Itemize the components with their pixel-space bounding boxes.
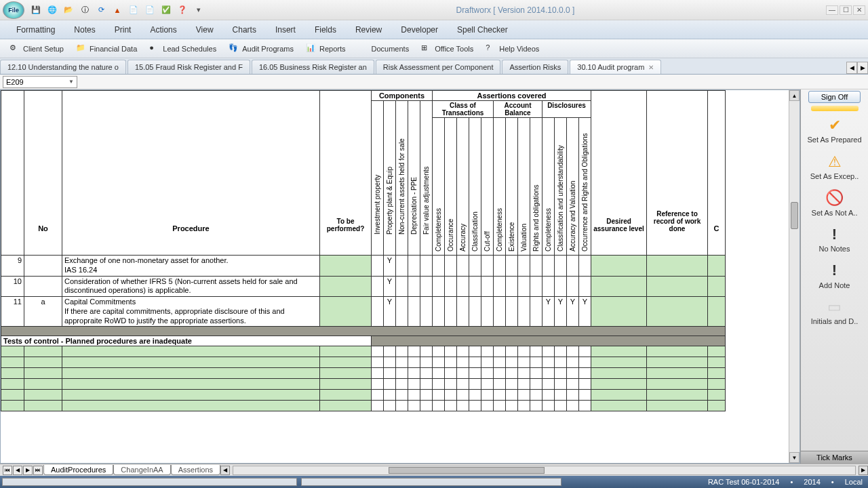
cell-reference-box[interactable]: E209 ▼ bbox=[3, 76, 77, 88]
menu-actions[interactable]: Actions bbox=[140, 22, 186, 37]
ab-cell[interactable] bbox=[494, 297, 506, 327]
doc-tab[interactable]: Risk Assessment per Component bbox=[376, 60, 501, 74]
set-as-not-applicable-button[interactable]: 🚫 Set As Not A.. bbox=[801, 185, 868, 222]
horizontal-scrollbar[interactable] bbox=[233, 466, 856, 475]
component-cell[interactable]: Y bbox=[384, 256, 396, 277]
menu-review[interactable]: Review bbox=[346, 22, 391, 37]
cot-cell[interactable] bbox=[433, 256, 445, 277]
add-note-button[interactable]: ! Add Note bbox=[801, 258, 868, 294]
disc-cell[interactable] bbox=[579, 276, 591, 297]
sheet-nav-last[interactable]: ⏭ bbox=[33, 466, 43, 475]
to-be-performed-cell[interactable] bbox=[320, 276, 372, 297]
disc-cell[interactable] bbox=[555, 276, 567, 297]
help-icon[interactable]: ❓ bbox=[176, 4, 189, 16]
menu-developer[interactable]: Developer bbox=[391, 22, 448, 37]
sign-off-button[interactable]: Sign Off bbox=[808, 91, 861, 103]
cot-cell[interactable] bbox=[469, 297, 481, 327]
cot-cell[interactable] bbox=[457, 256, 469, 277]
chevron-down-icon[interactable]: ▼ bbox=[68, 79, 74, 85]
procedure-cell[interactable]: Capital CommitmentsIf there are capital … bbox=[62, 297, 320, 327]
table-row[interactable] bbox=[1, 368, 726, 379]
menu-notes[interactable]: Notes bbox=[64, 22, 104, 37]
globe-icon[interactable]: 🌐 bbox=[46, 4, 58, 16]
ab-cell[interactable] bbox=[506, 276, 518, 297]
doc-tab[interactable]: 15.05 Fraud Risk Register and F bbox=[127, 60, 250, 74]
menu-print[interactable]: Print bbox=[105, 22, 141, 37]
menu-formatting[interactable]: Formatting bbox=[7, 22, 64, 37]
component-cell[interactable] bbox=[396, 276, 408, 297]
shield-icon[interactable]: ✅ bbox=[160, 4, 172, 16]
c-cell[interactable] bbox=[708, 256, 726, 277]
menu-charts[interactable]: Charts bbox=[223, 22, 266, 37]
cot-cell[interactable] bbox=[469, 256, 481, 277]
tool-documents[interactable]: Documents bbox=[353, 41, 415, 56]
component-cell[interactable] bbox=[420, 276, 433, 297]
cot-cell[interactable] bbox=[481, 297, 494, 327]
disc-cell[interactable]: Y bbox=[542, 297, 555, 327]
cot-cell[interactable] bbox=[445, 276, 457, 297]
to-be-performed-cell[interactable] bbox=[320, 297, 372, 327]
disc-cell[interactable] bbox=[542, 256, 555, 277]
ab-cell[interactable] bbox=[518, 276, 530, 297]
scroll-up-arrow[interactable]: ▲ bbox=[789, 90, 800, 101]
doc-tab[interactable]: 12.10 Understanding the nature o bbox=[0, 60, 126, 74]
procedure-cell[interactable]: Exchange of one non-monetary asset for a… bbox=[62, 256, 320, 277]
c-cell[interactable] bbox=[708, 297, 726, 327]
c-cell[interactable] bbox=[708, 276, 726, 297]
cot-cell[interactable] bbox=[481, 256, 494, 277]
sheet-nav-next[interactable]: ▶ bbox=[23, 466, 33, 475]
ab-cell[interactable] bbox=[506, 256, 518, 277]
component-cell[interactable] bbox=[372, 297, 384, 327]
initials-date-button[interactable]: ▭ Initials and D.. bbox=[801, 294, 868, 331]
cot-cell[interactable] bbox=[445, 256, 457, 277]
disc-cell[interactable] bbox=[542, 276, 555, 297]
sheet-tab-auditprocedures[interactable]: AuditProcedures bbox=[43, 465, 113, 475]
scroll-down-arrow[interactable]: ▼ bbox=[789, 452, 800, 463]
cot-cell[interactable] bbox=[433, 297, 445, 327]
disc-cell[interactable]: Y bbox=[579, 297, 591, 327]
disc-cell[interactable]: Y bbox=[555, 297, 567, 327]
tab-scroll-right[interactable]: ▶ bbox=[857, 62, 868, 74]
menu-view[interactable]: View bbox=[186, 22, 223, 37]
ab-cell[interactable] bbox=[494, 256, 506, 277]
file-menu-button[interactable]: File bbox=[3, 1, 24, 19]
set-as-prepared-button[interactable]: ✔ Set As Prepared bbox=[801, 113, 868, 149]
disc-cell[interactable] bbox=[555, 256, 567, 277]
assurance-cell[interactable] bbox=[591, 276, 647, 297]
assurance-cell[interactable] bbox=[591, 297, 647, 327]
sheet-tab-assertions[interactable]: Assertions bbox=[171, 465, 220, 475]
menu-fields[interactable]: Fields bbox=[305, 22, 346, 37]
reference-cell[interactable] bbox=[647, 297, 708, 327]
close-button[interactable]: ✕ bbox=[853, 5, 865, 15]
hscroll-right[interactable]: ▶ bbox=[859, 466, 868, 475]
cot-cell[interactable] bbox=[445, 297, 457, 327]
cot-cell[interactable] bbox=[481, 276, 494, 297]
reference-cell[interactable] bbox=[647, 276, 708, 297]
tool-financial-data[interactable]: 📁Financial Data bbox=[71, 41, 142, 56]
to-be-performed-cell[interactable] bbox=[320, 256, 372, 277]
folder-icon[interactable]: 📂 bbox=[62, 4, 75, 16]
disc-cell[interactable] bbox=[579, 256, 591, 277]
minimize-button[interactable]: — bbox=[826, 5, 838, 15]
ab-cell[interactable] bbox=[518, 256, 530, 277]
table-row[interactable] bbox=[1, 357, 726, 368]
disc-cell[interactable] bbox=[567, 276, 579, 297]
assurance-cell[interactable] bbox=[591, 256, 647, 277]
tab-scroll-left[interactable]: ◀ bbox=[846, 62, 857, 74]
ab-cell[interactable] bbox=[506, 297, 518, 327]
component-cell[interactable] bbox=[420, 256, 433, 277]
tick-marks-button[interactable]: Tick Marks bbox=[801, 451, 868, 464]
refresh-icon[interactable]: ⟳ bbox=[95, 4, 107, 16]
sheet-tab-changeinaa[interactable]: ChangeInAA bbox=[113, 465, 170, 475]
disc-cell[interactable] bbox=[567, 256, 579, 277]
component-cell[interactable] bbox=[396, 256, 408, 277]
tool-audit-programs[interactable]: 👣Audit Programs bbox=[223, 41, 299, 56]
tool-office-tools[interactable]: ⊞Office Tools bbox=[416, 41, 479, 56]
component-cell[interactable] bbox=[396, 297, 408, 327]
doc-tab[interactable]: 16.05 Business Risk Register an bbox=[252, 60, 374, 74]
no-notes-button[interactable]: ! No Notes bbox=[801, 222, 868, 258]
ab-cell[interactable] bbox=[518, 297, 530, 327]
doc-tab[interactable]: Assertion Risks bbox=[502, 60, 568, 74]
tool-help-videos[interactable]: ?Help Videos bbox=[480, 41, 545, 56]
hscroll-thumb[interactable] bbox=[389, 467, 544, 474]
